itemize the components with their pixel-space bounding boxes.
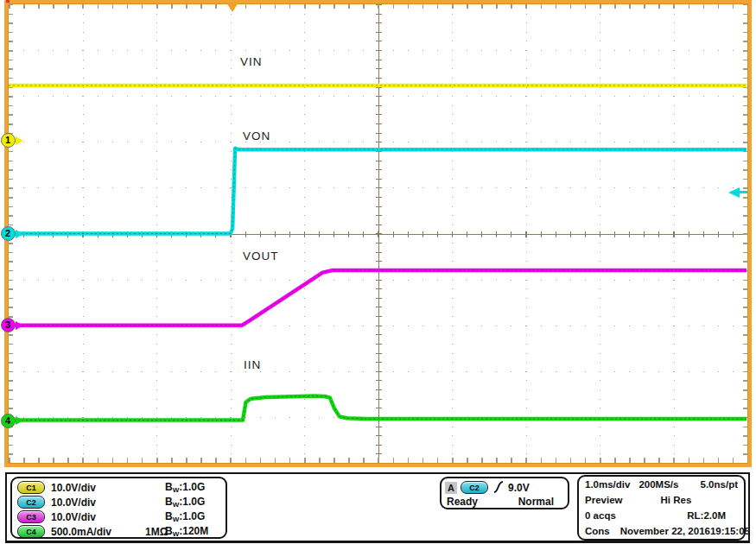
- channel-badge-c2[interactable]: C2: [17, 496, 45, 509]
- clock-date: November 22, 2016: [620, 526, 710, 536]
- timebase-readout: 1.0ms/div: [585, 479, 630, 490]
- channel-scale-c4: 500.0mA/div: [51, 526, 111, 538]
- channel-marker-3[interactable]: 3: [1, 318, 16, 332]
- trigger-a-badge: A: [445, 482, 457, 494]
- channel-marker-1[interactable]: 1: [1, 133, 16, 148]
- channel-marker-arrow-3: [16, 321, 23, 330]
- channel-readouts-box[interactable]: C1 10.0V/div BW:1.0G C2 10.0V/div BW:1.0…: [10, 477, 227, 539]
- channel-readout-row-c3[interactable]: C3 10.0V/div BW:1.0G: [17, 509, 226, 524]
- acquisition-count: 0 acqs: [585, 510, 616, 521]
- channel-bandwidth-c1: BW:1.0G: [165, 481, 205, 494]
- horizontal-acquisition-box[interactable]: 1.0ms/div 200MS/s 5.0ns/pt Preview Hi Re…: [577, 475, 746, 541]
- trigger-readout-box[interactable]: A C2 9.0V Ready Normal: [440, 477, 569, 509]
- channel-readout-row-c4[interactable]: C4 500.0mA/div 1MΩ BW:120M: [17, 524, 226, 539]
- channel-badge-c3[interactable]: C3: [17, 510, 45, 523]
- record-length: RL:2.0M: [687, 510, 726, 521]
- channel-readout-row-c1[interactable]: C1 10.0V/div BW:1.0G: [17, 480, 226, 495]
- resolution-readout: 5.0ns/pt: [701, 479, 738, 490]
- readout-bar: C1 10.0V/div BW:1.0G C2 10.0V/div BW:1.0…: [5, 472, 750, 543]
- trace-noise-vout: [9, 270, 746, 326]
- channel-marker-arrow-1: [16, 136, 23, 145]
- channel-scale-c2: 10.0V/div: [51, 497, 96, 509]
- waveform-canvas: [8, 3, 748, 464]
- channel-marker-4[interactable]: 4: [1, 414, 16, 428]
- trace-noise-von: [9, 149, 746, 234]
- oscilloscope-screen: { "chart_data": { "type": "line", "title…: [0, 0, 756, 544]
- trace-von: [9, 149, 746, 234]
- channel-scale-c1: 10.0V/div: [51, 482, 96, 494]
- scope-display[interactable]: VIN1VON2VOUT3IIN4: [4, 0, 752, 467]
- channel-readout-row-c2[interactable]: C2 10.0V/div BW:1.0G: [17, 495, 226, 509]
- trace-vout: [9, 270, 746, 326]
- acquisition-mode: Hi Res: [660, 495, 691, 505]
- channel-marker-arrow-2: [16, 230, 23, 238]
- trigger-level-readout: 9.0V: [508, 482, 530, 494]
- trace-noise-iin: [9, 396, 746, 421]
- trigger-mode: Normal: [518, 496, 554, 508]
- preview-status: Preview: [585, 495, 622, 505]
- sample-rate-readout: 200MS/s: [638, 479, 678, 490]
- channel-scale-c3: 10.0V/div: [51, 511, 96, 523]
- channel-bandwidth-c2: BW:1.0G: [165, 496, 205, 509]
- trigger-position-marker[interactable]: [226, 3, 238, 12]
- trigger-status: Ready: [447, 496, 478, 508]
- trigger-level-marker[interactable]: [728, 187, 747, 198]
- corner-marker: [6, 0, 10, 3]
- channel-bandwidth-c4: BW:120M: [165, 525, 208, 538]
- channel-badge-c1[interactable]: C1: [17, 481, 45, 494]
- channel-marker-2[interactable]: 2: [1, 226, 16, 241]
- clock-label: Cons: [585, 526, 610, 536]
- graticule: VIN1VON2VOUT3IIN4: [8, 3, 748, 464]
- rising-edge-icon: [492, 479, 505, 495]
- clock-time: 19:15:05: [710, 526, 750, 536]
- trigger-level-arrow-tail: [739, 191, 747, 193]
- channel-bandwidth-c3: BW:1.0G: [165, 510, 205, 523]
- trigger-source-badge[interactable]: C2: [461, 481, 488, 494]
- channel-badge-c4[interactable]: C4: [17, 525, 45, 538]
- channel-marker-arrow-4: [16, 416, 23, 425]
- trace-iin: [9, 396, 746, 421]
